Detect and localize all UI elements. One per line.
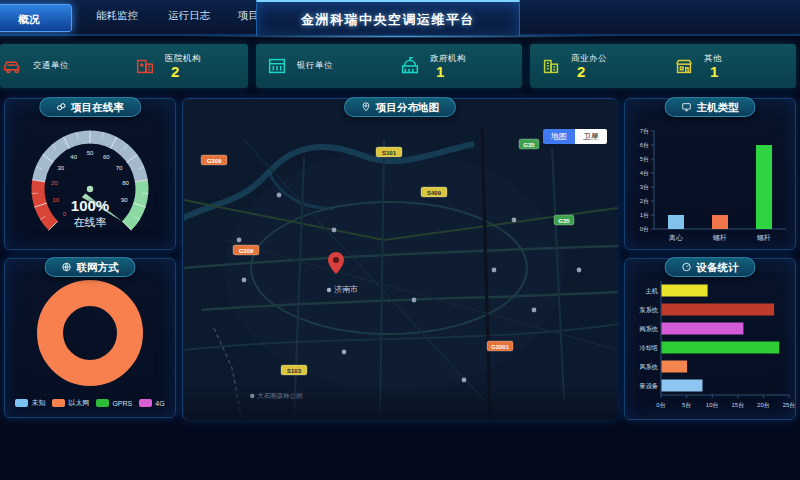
legend-label: GPRS (112, 400, 132, 407)
svg-text:60: 60 (103, 154, 110, 160)
stat-traffic: 交通单位 (0, 55, 124, 77)
svg-text:20台: 20台 (757, 402, 770, 409)
svg-text:30: 30 (58, 165, 65, 171)
map-layer-toggle: 地图 卫星 (543, 129, 607, 144)
building-icon (673, 55, 695, 77)
panel-host-type: 主机类型 0台1台2台3台4台5台6台7台离心螺杆螺杆 (624, 98, 796, 250)
legend-swatch (52, 399, 65, 407)
satellite-mode-button[interactable]: 卫星 (575, 129, 607, 144)
panel-title: 设备统计 (697, 258, 739, 277)
svg-text:主机: 主机 (645, 287, 659, 295)
legend-label: 4G (155, 400, 164, 407)
panel-online-rate: 项目在线率 0102030405060708090 100% 在线率 (4, 98, 176, 250)
svg-text:G2001: G2001 (491, 344, 510, 350)
legend-item[interactable]: GPRS (96, 398, 132, 408)
monitor-icon (682, 102, 692, 112)
car-icon (2, 55, 24, 77)
legend-swatch (96, 399, 109, 407)
svg-text:80: 80 (122, 180, 129, 186)
svg-text:0台: 0台 (640, 226, 649, 233)
legend-item[interactable]: 以太网 (52, 398, 89, 408)
panel-title: 项目分布地图 (376, 98, 439, 117)
tab-overview[interactable]: 概况 (0, 4, 72, 32)
network-icon (62, 262, 72, 272)
svg-text:4台: 4台 (640, 170, 649, 177)
svg-text:S103: S103 (287, 368, 302, 374)
panel-host-type-header: 主机类型 (665, 97, 756, 117)
legend-swatch (15, 399, 28, 407)
svg-text:15台: 15台 (731, 402, 744, 409)
svg-text:50: 50 (87, 150, 94, 156)
network-donut-chart (10, 273, 170, 393)
panel-title: 联网方式 (77, 258, 119, 277)
top-navbar: 概况 能耗监控 运行日志 项目列表 视频监控 金洲科瑞中央空调运维平台 (0, 0, 800, 36)
map-canvas[interactable]: G309S101G35S409G2001S103G309G35 济南市大石圈森林… (184, 100, 618, 420)
svg-text:1台: 1台 (640, 212, 649, 219)
panel-online-rate-header: 项目在线率 (39, 97, 141, 117)
stat-other: 其他 1 (663, 53, 796, 79)
svg-text:S409: S409 (427, 190, 442, 196)
host-type-bar-chart: 0台1台2台3台4台5台6台7台离心螺杆螺杆 (628, 117, 792, 247)
svg-text:6台: 6台 (640, 142, 649, 149)
panel-device-stats-header: 设备统计 (665, 257, 756, 277)
svg-text:20: 20 (51, 180, 58, 186)
office-icon (540, 55, 562, 77)
svg-text:5台: 5台 (640, 156, 649, 163)
svg-text:40: 40 (70, 154, 77, 160)
svg-text:10台: 10台 (706, 402, 719, 409)
svg-text:泵系统: 泵系统 (639, 306, 658, 314)
panel-map-header: 项目分布地图 (344, 97, 456, 117)
svg-text:G309: G309 (239, 248, 254, 254)
hospital-icon (134, 55, 156, 77)
panel-title: 项目在线率 (71, 98, 124, 117)
online-rate-value: 100% (5, 197, 175, 214)
map-mode-button[interactable]: 地图 (543, 129, 575, 144)
svg-text:济南市: 济南市 (334, 285, 358, 294)
nav-glow-line (180, 35, 620, 38)
stat-label: 银行单位 (297, 60, 333, 72)
svg-text:螺杆: 螺杆 (713, 234, 727, 241)
legend-label: 未知 (31, 398, 45, 408)
link-icon (56, 102, 66, 112)
stat-count: 2 (171, 65, 201, 79)
svg-text:5台: 5台 (682, 402, 691, 409)
svg-text:25台: 25台 (783, 402, 796, 409)
svg-text:0台: 0台 (656, 402, 665, 409)
svg-text:3台: 3台 (640, 184, 649, 191)
online-rate-caption: 在线率 (5, 215, 175, 230)
svg-text:G35: G35 (523, 142, 535, 148)
stats-icon (682, 262, 692, 272)
tab-energy-monitor[interactable]: 能耗监控 (96, 9, 138, 23)
svg-text:7台: 7台 (640, 128, 649, 135)
svg-text:S101: S101 (382, 150, 397, 156)
location-icon (361, 102, 371, 112)
network-legend: 未知以太网GPRS4G (5, 398, 175, 408)
svg-text:G309: G309 (207, 158, 222, 164)
svg-text:2台: 2台 (640, 198, 649, 205)
svg-text:螺杆: 螺杆 (757, 234, 771, 241)
svg-text:阀系统: 阀系统 (639, 325, 658, 333)
legend-swatch (139, 399, 152, 407)
government-icon (399, 55, 421, 77)
stat-label: 交通单位 (33, 60, 69, 72)
panel-network-header: 联网方式 (45, 257, 136, 277)
stat-card-2: 银行单位 政府机构 1 (256, 44, 522, 88)
svg-text:量设备: 量设备 (638, 382, 658, 390)
panel-title: 主机类型 (697, 98, 739, 117)
svg-text:风系统: 风系统 (639, 363, 658, 371)
stat-count: 1 (436, 65, 466, 79)
stat-card-3: 商业办公 2 其他 1 (530, 44, 796, 88)
device-stats-hbar-chart: 0台5台10台15台20台25台主机泵系统阀系统冷却塔风系统量设备 (625, 275, 797, 417)
stat-government: 政府机构 1 (389, 53, 522, 79)
tab-run-log[interactable]: 运行日志 (168, 9, 210, 23)
stat-count: 1 (710, 65, 722, 79)
panel-project-map: G309S101G35S409G2001S103G309G35 济南市大石圈森林… (182, 98, 618, 420)
stat-card-1: 交通单位 医院机构 2 (0, 44, 248, 88)
bank-icon (266, 55, 288, 77)
legend-item[interactable]: 4G (139, 398, 164, 408)
stat-bank: 银行单位 (256, 55, 389, 77)
svg-text:G35: G35 (558, 218, 570, 224)
stat-hospital: 医院机构 2 (124, 53, 248, 79)
panel-device-stats: 设备统计 0台5台10台15台20台25台主机泵系统阀系统冷却塔风系统量设备 (624, 258, 796, 420)
legend-item[interactable]: 未知 (15, 398, 45, 408)
